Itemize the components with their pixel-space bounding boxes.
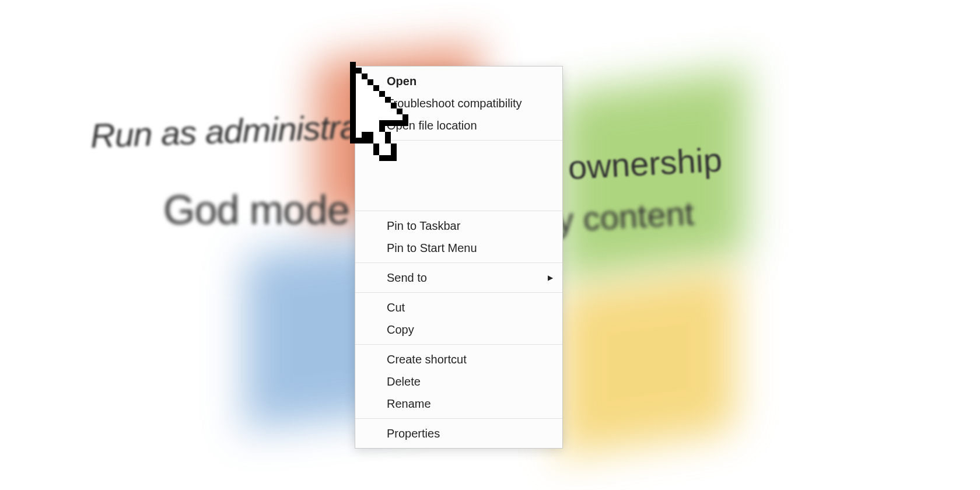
context-menu-item-label: Cut: [387, 301, 405, 314]
context-menu-section: Send to▶: [355, 262, 562, 292]
context-menu-item-label: Send to: [387, 271, 427, 284]
context-menu-item-cut[interactable]: Cut: [355, 296, 562, 318]
context-menu-item-label: Troubleshoot compatibility: [387, 97, 522, 110]
context-menu-item-copy[interactable]: Copy: [355, 318, 562, 341]
context-menu-item-delete[interactable]: Delete: [355, 370, 562, 393]
bg-text-god-mode: God mode: [163, 187, 349, 233]
context-menu-blank-row: [355, 165, 562, 186]
context-menu-section: OpenTroubleshoot compatibilityOpen file …: [355, 66, 562, 140]
context-menu: OpenTroubleshoot compatibilityOpen file …: [355, 66, 563, 449]
context-menu-item-label: Pin to Taskbar: [387, 219, 460, 232]
context-menu-item-pin-to-start-menu[interactable]: Pin to Start Menu: [355, 237, 562, 259]
context-menu-item-troubleshoot-compatibility[interactable]: Troubleshoot compatibility: [355, 92, 562, 114]
context-menu-item-rename[interactable]: Rename: [355, 393, 562, 415]
context-menu-item-open-file-location[interactable]: Open file location: [355, 114, 562, 136]
context-menu-item-label: Properties: [387, 427, 440, 440]
context-menu-section: Pin to TaskbarPin to Start Menu: [355, 211, 562, 262]
context-menu-item-properties[interactable]: Properties: [355, 422, 562, 444]
flag-green: [560, 69, 747, 282]
context-menu-item-label: Open: [387, 75, 416, 88]
context-menu-item-label: Copy: [387, 323, 414, 336]
context-menu-item-label: Pin to Start Menu: [387, 242, 477, 254]
context-menu-section: [355, 140, 562, 211]
context-menu-section: Properties: [355, 418, 562, 448]
context-menu-item-open[interactable]: Open: [355, 70, 562, 92]
context-menu-item-pin-to-taskbar[interactable]: Pin to Taskbar: [355, 215, 562, 237]
context-menu-item-create-shortcut[interactable]: Create shortcut: [355, 348, 562, 370]
context-menu-item-label: Rename: [387, 397, 431, 410]
context-menu-section: Create shortcutDeleteRename: [355, 344, 562, 418]
flag-yellow: [560, 268, 735, 456]
context-menu-item-label: Open file location: [387, 119, 477, 132]
context-menu-item-label: Delete: [387, 375, 421, 388]
context-menu-section: CutCopy: [355, 292, 562, 344]
context-menu-blank-row: [355, 144, 562, 165]
context-menu-item-label: Create shortcut: [387, 353, 467, 366]
context-menu-blank-row: [355, 186, 562, 207]
context-menu-item-send-to[interactable]: Send to▶: [355, 267, 562, 289]
bg-text-run-as-administrator: Run as administrator: [90, 106, 397, 155]
submenu-arrow-icon: ▶: [548, 272, 553, 283]
